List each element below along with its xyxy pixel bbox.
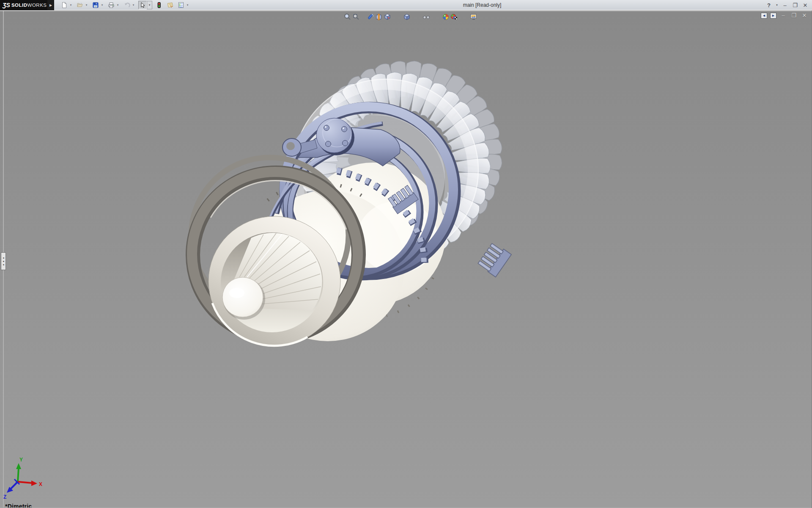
window-controls: ? ▾ – ❐ ✕ bbox=[765, 0, 809, 10]
zoom-to-area-icon bbox=[352, 13, 360, 21]
options-dropdown[interactable]: ▾ bbox=[185, 1, 190, 9]
previous-view-button[interactable] bbox=[366, 13, 375, 21]
rebuild-button[interactable] bbox=[155, 1, 163, 9]
eyeglasses-icon bbox=[422, 13, 430, 21]
apply-scene-button[interactable] bbox=[450, 13, 458, 21]
mount-bracket-assembly bbox=[283, 118, 400, 166]
exhaust-nozzle bbox=[208, 216, 340, 346]
finned-bracket bbox=[387, 185, 511, 277]
rear-fan-blade-ring bbox=[307, 52, 510, 229]
graphics-viewport[interactable]: ◀ ▶ – ❐ ✕ ◂ ◂ ◂ Y X Z *Dimetric bbox=[0, 11, 812, 508]
orientation-triad: Y X Z bbox=[2, 456, 48, 502]
select-button[interactable] bbox=[138, 1, 147, 9]
casing-rings bbox=[265, 107, 455, 276]
options-checklist-icon bbox=[178, 2, 184, 8]
engine-core-body bbox=[251, 163, 446, 341]
triad-y-label: Y bbox=[19, 457, 23, 463]
menu-expand-button[interactable]: ▶ bbox=[47, 0, 54, 10]
zoom-to-fit-icon bbox=[344, 13, 351, 21]
headsup-view-toolbar bbox=[343, 12, 478, 22]
fan-blade-ring bbox=[300, 72, 491, 262]
help-button[interactable]: ? bbox=[765, 1, 773, 9]
display-style-icon bbox=[403, 13, 411, 21]
solidworks-logo-glyph: ƷS bbox=[3, 2, 10, 8]
help-dropdown[interactable]: ▾ bbox=[775, 1, 779, 9]
undo-dropdown[interactable]: ▾ bbox=[131, 1, 136, 9]
open-folder-icon bbox=[77, 2, 83, 8]
hide-show-items-button[interactable] bbox=[422, 13, 431, 21]
file-properties-button[interactable] bbox=[166, 1, 174, 9]
section-view-icon bbox=[375, 13, 383, 21]
save-dropdown[interactable]: ▾ bbox=[100, 1, 104, 9]
print-button[interactable] bbox=[107, 1, 115, 9]
print-dropdown[interactable]: ▾ bbox=[115, 1, 120, 9]
feature-manager-grabber[interactable]: ◂ ◂ ◂ bbox=[1, 252, 6, 270]
new-document-button[interactable] bbox=[60, 1, 69, 9]
options-button[interactable] bbox=[177, 1, 185, 9]
view-settings-button[interactable] bbox=[469, 13, 478, 21]
fan-shroud bbox=[293, 79, 478, 261]
panel-toggle-right-button[interactable]: ▶ bbox=[770, 13, 776, 19]
open-dropdown[interactable]: ▾ bbox=[84, 1, 89, 9]
cone-flutes bbox=[239, 233, 321, 304]
rebuild-traffic-light-icon bbox=[156, 2, 162, 8]
triad-z-label: Z bbox=[3, 494, 6, 500]
display-style-button[interactable] bbox=[403, 13, 411, 21]
apply-scene-icon bbox=[450, 13, 458, 21]
document-title: main [Read-only] bbox=[463, 0, 502, 10]
undo-button[interactable] bbox=[123, 1, 131, 9]
printer-icon bbox=[108, 2, 115, 8]
zoom-to-fit-button[interactable] bbox=[343, 13, 352, 21]
view-orientation-icon bbox=[384, 13, 391, 21]
doc-close-button[interactable]: ✕ bbox=[801, 12, 808, 19]
new-document-icon bbox=[61, 2, 68, 8]
bypass-duct-ring bbox=[191, 157, 359, 337]
close-button[interactable]: ✕ bbox=[801, 1, 809, 9]
file-properties-icon bbox=[167, 2, 174, 8]
view-orientation-button[interactable] bbox=[383, 13, 392, 21]
document-window-controls: ◀ ▶ – ❐ ✕ bbox=[761, 12, 808, 19]
appearance-sphere-icon bbox=[442, 13, 450, 21]
panel-toggle-left-button[interactable]: ◀ bbox=[761, 13, 767, 19]
save-button[interactable] bbox=[91, 1, 100, 9]
restore-button[interactable]: ❐ bbox=[791, 1, 799, 9]
clip-chain bbox=[337, 170, 425, 268]
triad-x-label: X bbox=[39, 481, 42, 487]
edit-appearance-button[interactable] bbox=[442, 13, 450, 21]
solidworks-logo: ƷS SOLIDWORKS bbox=[0, 0, 47, 10]
open-button[interactable] bbox=[76, 1, 84, 9]
doc-minimize-button[interactable]: – bbox=[779, 12, 787, 19]
standard-toolbar: ▾ ▾ ▾ bbox=[58, 0, 190, 10]
minimize-button[interactable]: – bbox=[781, 1, 789, 9]
zoom-to-area-button[interactable] bbox=[352, 13, 360, 21]
new-document-dropdown[interactable]: ▾ bbox=[69, 1, 73, 9]
previous-view-icon bbox=[367, 13, 374, 21]
title-bar: ƷS SOLIDWORKS ▶ ▾ ▾ bbox=[0, 0, 812, 10]
select-dropdown[interactable]: ▾ bbox=[147, 1, 152, 9]
stator-slot-ticks bbox=[268, 182, 433, 316]
view-settings-icon bbox=[470, 13, 477, 21]
jet-engine-model bbox=[0, 11, 812, 508]
save-floppy-icon bbox=[92, 2, 99, 8]
doc-restore-button[interactable]: ❐ bbox=[790, 12, 798, 19]
undo-arrow-icon bbox=[123, 2, 130, 8]
section-view-button[interactable] bbox=[375, 13, 383, 21]
select-cursor-icon bbox=[139, 2, 146, 8]
